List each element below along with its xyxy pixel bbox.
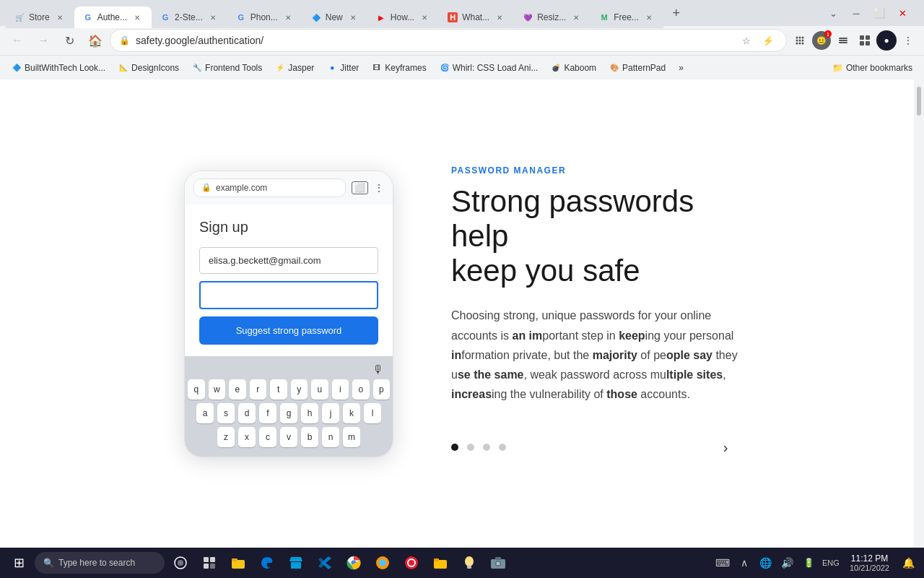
tab-store[interactable]: 🛒 Store ✕	[6, 7, 74, 28]
page-scrollbar[interactable]	[914, 79, 924, 548]
address-bar[interactable]: 🔒 safety.google/authentication/ ☆ ⚡	[110, 29, 787, 52]
key-s[interactable]: s	[217, 403, 235, 423]
key-a[interactable]: a	[196, 403, 214, 423]
tab-close-what[interactable]: ✕	[494, 12, 505, 23]
tab-free[interactable]: M Free... ✕	[590, 7, 663, 28]
carousel-next-button[interactable]: ›	[711, 433, 740, 462]
key-n[interactable]: n	[322, 427, 339, 447]
tab-close-store[interactable]: ✕	[54, 12, 66, 23]
lightbulb-taskbar[interactable]	[456, 550, 482, 576]
bookmark-designicons[interactable]: 📐 DesignIcons	[113, 60, 185, 76]
bookmark-jitter[interactable]: ● Jitter	[321, 60, 365, 76]
carousel-dot-4[interactable]	[499, 444, 506, 451]
tab-close-free[interactable]: ✕	[643, 12, 655, 23]
phone-password-input[interactable]	[199, 281, 378, 309]
tab-how[interactable]: ▶ How... ✕	[367, 7, 439, 28]
tab-auth[interactable]: G Authe... ✕	[74, 7, 152, 28]
tab-list-button[interactable]: ⌄	[823, 3, 843, 23]
other-bookmarks[interactable]: 📁 Other bookmarks	[827, 60, 918, 76]
key-r[interactable]: r	[250, 379, 267, 400]
key-l[interactable]: l	[364, 403, 381, 423]
key-m[interactable]: m	[343, 427, 360, 447]
key-g[interactable]: g	[280, 403, 297, 423]
minimize-button[interactable]: ─	[846, 3, 866, 23]
cortana-button[interactable]	[167, 550, 193, 576]
tray-network-icon[interactable]: 🌐	[756, 553, 776, 573]
phone-menu-icon-1[interactable]: ⬜	[352, 181, 368, 194]
reload-button[interactable]: ↻	[58, 29, 81, 52]
more-options-icon[interactable]: ⋮	[898, 30, 918, 51]
maximize-button[interactable]: ⬜	[869, 3, 889, 23]
tray-chevron-icon[interactable]: ∧	[734, 553, 754, 573]
suggest-strong-password-button[interactable]: Suggest strong password	[199, 316, 378, 345]
bookmark-frontendtools[interactable]: 🔧 Frontend Tools	[186, 60, 268, 76]
task-view-button[interactable]	[196, 550, 222, 576]
bookmark-jasper[interactable]: ⚡ Jasper	[269, 60, 320, 76]
key-w[interactable]: w	[209, 379, 226, 400]
key-d[interactable]: d	[238, 403, 256, 423]
edge-taskbar[interactable]	[254, 550, 280, 576]
tab-phone[interactable]: G Phon... ✕	[227, 7, 302, 28]
scrollbar-thumb[interactable]	[917, 87, 921, 116]
tab-resize[interactable]: 💜 Resiz... ✕	[514, 7, 590, 28]
key-f[interactable]: f	[259, 403, 276, 423]
new-tab-button[interactable]: +	[666, 3, 687, 23]
tab-close-new[interactable]: ✕	[347, 12, 359, 23]
tab-close-how[interactable]: ✕	[419, 12, 430, 23]
bookmark-star-icon[interactable]: ☆	[737, 31, 756, 50]
bookmark-patternpad[interactable]: 🎨 PatternPad	[603, 60, 671, 76]
tray-keyboard-icon[interactable]: ⌨	[712, 553, 733, 573]
carousel-dot-3[interactable]	[483, 444, 490, 451]
phone-email-input[interactable]	[199, 247, 378, 274]
tray-ime-icon[interactable]: ENG	[821, 553, 841, 573]
clock-area[interactable]: 11:12 PM 10/21/2022	[844, 553, 895, 572]
camera-taskbar[interactable]	[485, 550, 511, 576]
bookmark-keyframes[interactable]: 🎞 Keyframes	[366, 60, 432, 76]
key-i[interactable]: i	[332, 379, 349, 400]
chrome-taskbar[interactable]	[341, 550, 367, 576]
taskbar-search[interactable]: 🔍 Type here to search	[35, 552, 165, 574]
forward-button[interactable]: →	[32, 29, 55, 52]
opera-taskbar[interactable]	[398, 550, 424, 576]
vscode-taskbar[interactable]	[312, 550, 338, 576]
back-button[interactable]: ←	[6, 29, 29, 52]
tab-close-auth[interactable]: ✕	[131, 12, 143, 23]
key-e[interactable]: e	[229, 379, 246, 400]
extension-icon-1[interactable]	[833, 30, 853, 51]
carousel-dot-1[interactable]	[451, 444, 458, 451]
phone-menu-icon-2[interactable]: ⋮	[374, 182, 384, 194]
extension-icon-2[interactable]	[855, 30, 875, 51]
folder-taskbar[interactable]	[427, 550, 453, 576]
mic-icon[interactable]: 🎙	[372, 363, 384, 376]
key-b[interactable]: b	[301, 427, 318, 447]
notifications-icon[interactable]: 🔔	[898, 553, 918, 573]
account-avatar[interactable]: ●	[876, 30, 897, 51]
tab-new[interactable]: 🔷 New ✕	[302, 7, 367, 28]
tab-close-phone[interactable]: ✕	[282, 12, 294, 23]
key-q[interactable]: q	[188, 379, 205, 400]
tray-battery-icon[interactable]: 🔋	[799, 553, 819, 573]
store-taskbar[interactable]	[283, 550, 309, 576]
key-u[interactable]: u	[311, 379, 328, 400]
bookmarks-overflow[interactable]: »	[673, 60, 689, 76]
key-p[interactable]: p	[373, 379, 391, 400]
tray-volume-icon[interactable]: 🔊	[777, 553, 798, 573]
bookmark-whirl[interactable]: 🌀 Whirl: CSS Load Ani...	[434, 60, 544, 76]
key-h[interactable]: h	[301, 403, 318, 423]
home-button[interactable]: 🏠	[84, 29, 107, 52]
key-z[interactable]: z	[217, 427, 235, 447]
bookmark-builtwithtech[interactable]: 🔷 BuiltWithTech Look...	[6, 60, 111, 76]
tab-close-2step[interactable]: ✕	[207, 12, 219, 23]
firefox-taskbar[interactable]	[370, 550, 396, 576]
tab-what[interactable]: H What... ✕	[439, 7, 514, 28]
close-window-button[interactable]: ✕	[892, 3, 912, 23]
windows-start-button[interactable]: ⊞	[6, 550, 32, 576]
carousel-dot-2[interactable]	[467, 444, 474, 451]
key-k[interactable]: k	[343, 403, 360, 423]
key-j[interactable]: j	[322, 403, 339, 423]
performance-icon[interactable]: ⚡	[759, 31, 777, 50]
google-apps-icon[interactable]	[790, 30, 810, 51]
tab-close-resize[interactable]: ✕	[570, 12, 582, 23]
key-y[interactable]: y	[291, 379, 308, 400]
key-t[interactable]: t	[270, 379, 287, 400]
